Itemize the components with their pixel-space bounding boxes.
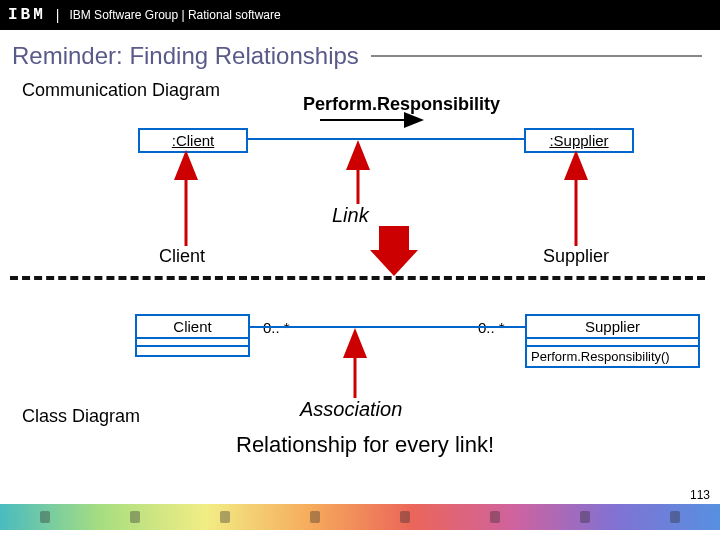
footer-thumb <box>180 504 270 530</box>
header-text: IBM Software Group | Rational software <box>69 8 280 22</box>
footer-thumb <box>360 504 450 530</box>
slide-number: 113 <box>690 488 710 502</box>
header-bar: IBM | IBM Software Group | Rational soft… <box>0 0 720 30</box>
title-underline <box>371 55 702 57</box>
footer-thumb <box>450 504 540 530</box>
svg-rect-5 <box>379 226 409 250</box>
title-bar: Reminder: Finding Relationships <box>12 42 720 70</box>
footer-thumb <box>90 504 180 530</box>
diagram-connectors <box>0 76 720 496</box>
svg-marker-6 <box>370 250 418 276</box>
footer-thumb <box>540 504 630 530</box>
header-divider: | <box>56 7 60 23</box>
footer-thumb <box>0 504 90 530</box>
page-title: Reminder: Finding Relationships <box>12 42 359 70</box>
footer-thumb <box>630 504 720 530</box>
ibm-logo: IBM <box>8 6 46 24</box>
footer-thumbnails <box>0 504 720 530</box>
footer-thumb <box>270 504 360 530</box>
